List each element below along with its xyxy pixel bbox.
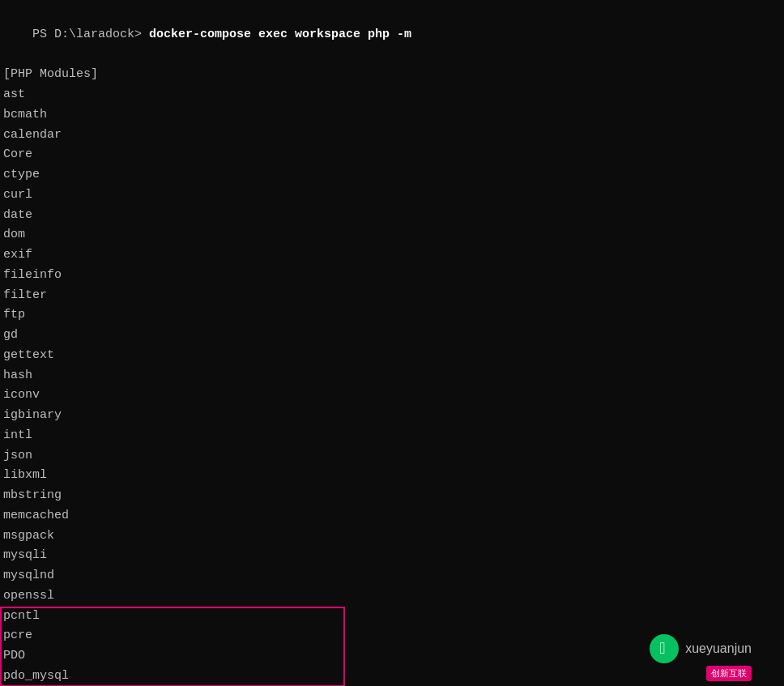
watermark-text: xueyuanjun [685, 641, 752, 656]
output-line: mbstring [3, 486, 781, 506]
output-line: msgpack [3, 526, 781, 547]
output-line: exif [3, 245, 781, 266]
output-line: igbinary [3, 406, 781, 426]
output-line: iconv [3, 386, 781, 406]
output-line: [PHP Modules] [3, 65, 781, 85]
output-line: date [3, 206, 781, 226]
output-lines: [PHP Modules]astbcmathcalendarCorectypec… [3, 65, 781, 686]
output-line: intl [3, 426, 781, 446]
wechat-icon:  [650, 634, 679, 663]
output-line: memcached [3, 506, 781, 526]
watermark:  xueyuanjun [650, 634, 752, 663]
brand-badge: 创新互联 [706, 666, 752, 681]
prompt: PS D:\laradock> [32, 28, 142, 41]
output-line: json [3, 446, 781, 467]
output-line: bcmath [3, 105, 781, 126]
output-line: dom [3, 225, 781, 245]
output-line: Core [3, 145, 781, 165]
output-line: hash [3, 366, 781, 386]
output-line: calendar [3, 126, 781, 146]
output-line: filter [3, 286, 781, 306]
output-line: openssl [3, 586, 781, 607]
output-line: ftp [3, 305, 781, 326]
output-line: gettext [3, 346, 781, 366]
output-line: fileinfo [3, 266, 781, 286]
output-line: gd [3, 326, 781, 346]
command-separator [142, 28, 149, 41]
command-line: PS D:\laradock> docker-compose exec work… [3, 5, 781, 65]
output-line: curl [3, 185, 781, 206]
command-text: docker-compose exec workspace php -m [149, 28, 411, 41]
terminal-window: PS D:\laradock> docker-compose exec work… [0, 0, 784, 686]
output-line: libxml [3, 466, 781, 486]
output-line: ast [3, 85, 781, 105]
output-line: mysqli [3, 546, 781, 566]
output-line: ctype [3, 165, 781, 185]
output-line: mysqlnd [3, 566, 781, 586]
highlight-box [0, 607, 345, 686]
